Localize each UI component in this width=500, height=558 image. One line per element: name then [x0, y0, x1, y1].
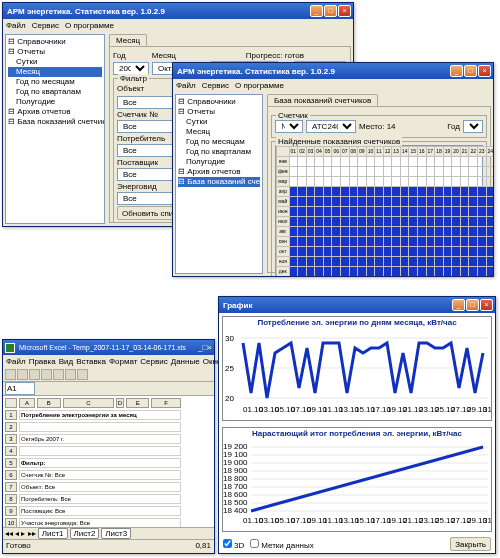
menu-item[interactable]: Вставка — [76, 357, 106, 366]
window-stats-base: АРМ энергетика. Статистика вер. 1.0.2.9 … — [172, 62, 494, 277]
tree-item[interactable]: Полугодие — [8, 97, 102, 107]
menu-bar[interactable]: Файл Сервис О программе — [3, 19, 353, 32]
tree-item[interactable]: ⊟ Справочники — [8, 37, 102, 47]
found-legend: Найденные показания счетчиков — [276, 137, 402, 146]
tree-item[interactable]: Полугодие — [178, 157, 260, 167]
window-graph: График _ □ × Потребление эл. энергии по … — [218, 296, 496, 554]
checkbox-3d[interactable]: 3D — [223, 539, 244, 550]
copy-icon[interactable] — [65, 369, 76, 380]
chart-svg: 19 20019 10019 00018 90018 80018 70018 6… — [223, 439, 491, 525]
tree-item[interactable]: Год по кварталам — [8, 87, 102, 97]
label-counter: Счетчик № — [117, 110, 158, 119]
tree-item[interactable]: ⊟ База показаний счетчиков — [8, 117, 102, 127]
counter-no-select[interactable]: №1 — [275, 120, 303, 133]
cut-icon[interactable] — [53, 369, 64, 380]
close-button[interactable]: × — [338, 5, 351, 17]
menu-item[interactable]: Правка — [29, 357, 56, 366]
year-select[interactable]: 2007 — [113, 62, 149, 75]
sheet-tab[interactable]: Лист3 — [101, 528, 131, 539]
minimize-button[interactable]: _ — [310, 5, 323, 17]
menu-item[interactable]: Сервис — [140, 357, 167, 366]
menu-about[interactable]: О программе — [65, 21, 114, 30]
year-select[interactable] — [463, 120, 483, 133]
label-year: Год — [113, 51, 126, 60]
titlebar[interactable]: График _ □ × — [219, 297, 495, 313]
chart-daily: Потребление эл. энергии по дням месяца, … — [222, 316, 492, 421]
sheet-tabs[interactable]: ◂◂ ◂ ▸ ▸▸ Лист1 Лист2 Лист3 — [3, 527, 214, 539]
tree-item[interactable]: Сутки — [178, 117, 260, 127]
toolbar[interactable] — [3, 368, 214, 382]
nav-tree[interactable]: ⊟ Справочники⊟ ОтчетыСуткиМесяцГод по ме… — [5, 34, 105, 224]
svg-text:20: 20 — [225, 394, 234, 403]
counter-name-select[interactable]: АТС240 — [306, 120, 356, 133]
window-title: АРМ энергетика. Статистика вер. 1.0.2.9 — [5, 7, 309, 16]
paste-icon[interactable] — [77, 369, 88, 380]
menu-item[interactable]: Данные — [171, 357, 200, 366]
menu-item[interactable]: Вид — [59, 357, 73, 366]
label-object: Объект — [117, 84, 167, 93]
tree-item[interactable]: Год по месяцам — [178, 137, 260, 147]
menu-service[interactable]: Сервис — [202, 81, 229, 90]
label-year: Год — [447, 122, 460, 131]
tree-item[interactable]: ⊟ Отчеты — [178, 107, 260, 117]
menu-item[interactable]: Формат — [109, 357, 137, 366]
label-supplier: Поставщик — [117, 158, 158, 167]
titlebar[interactable]: АРМ энергетика. Статистика вер. 1.0.2.9 … — [173, 63, 493, 79]
chart-cumulative: Нарастающий итог потребления эл. энергии… — [222, 427, 492, 532]
minimize-button[interactable]: _ — [450, 65, 463, 77]
menu-item[interactable]: Файл — [6, 357, 26, 366]
svg-text:18 400: 18 400 — [223, 506, 248, 515]
tree-item[interactable]: ⊟ Справочники — [178, 97, 260, 107]
sheet-heading: Потребление электроэнергии за месяц — [19, 410, 181, 420]
formula-bar[interactable] — [3, 382, 214, 396]
tree-item[interactable]: Месяц — [178, 127, 260, 137]
tab-month[interactable]: Месяц — [109, 34, 147, 46]
cell-ref[interactable] — [5, 382, 35, 395]
menu-file[interactable]: Файл — [176, 81, 196, 90]
svg-text:25: 25 — [225, 364, 234, 373]
readings-grid[interactable]: 0102030405060708091011121314151617181920… — [275, 145, 483, 276]
tree-item[interactable]: ⊟ Архив отчетов — [178, 167, 260, 177]
close-button[interactable]: Закрыть — [450, 537, 491, 551]
sheet-tab[interactable]: Лист2 — [70, 528, 100, 539]
tree-item[interactable]: ⊟ База показаний счетчиков — [178, 177, 260, 187]
menu-file[interactable]: Файл — [6, 21, 26, 30]
tree-item[interactable]: Месяц — [8, 67, 102, 77]
close-button[interactable]: × — [480, 299, 493, 311]
tree-item[interactable]: ⊟ Отчеты — [8, 47, 102, 57]
chart-svg: 30 25 20 01.1003.1005.1007.1009.1011.101… — [223, 328, 491, 414]
chart-title: Потребление эл. энергии по дням месяца, … — [223, 317, 491, 328]
menu-bar[interactable]: Файл Сервис О программе — [173, 79, 493, 92]
titlebar[interactable]: Microsoft Excel - Temp_2007-11-17_03-14-… — [3, 340, 214, 355]
nav-tree[interactable]: ⊟ Справочники⊟ ОтчетыСуткиМесяцГод по ме… — [175, 94, 263, 274]
label-progress: Прогресс: готов — [246, 51, 304, 60]
tree-item[interactable]: Год по месяцам — [8, 77, 102, 87]
maximize-button[interactable]: □ — [466, 299, 479, 311]
sheet-tab[interactable]: Лист1 — [38, 528, 68, 539]
tree-item[interactable]: Год по кварталам — [178, 147, 260, 157]
window-title: Microsoft Excel - Temp_2007-11-17_03-14-… — [17, 344, 198, 351]
save-icon[interactable] — [29, 369, 40, 380]
checkbox-marks[interactable]: Метки данных — [250, 539, 314, 550]
tree-item[interactable]: Сутки — [8, 57, 102, 67]
menu-about[interactable]: О программе — [235, 81, 284, 90]
close-button[interactable]: × — [478, 65, 491, 77]
close-button[interactable]: × — [207, 343, 212, 352]
menu-service[interactable]: Сервис — [32, 21, 59, 30]
maximize-button[interactable]: □ — [464, 65, 477, 77]
tree-item[interactable]: ⊟ Архив отчетов — [8, 107, 102, 117]
window-excel: Microsoft Excel - Temp_2007-11-17_03-14-… — [2, 339, 215, 554]
titlebar[interactable]: АРМ энергетика. Статистика вер. 1.0.2.9 … — [3, 3, 353, 19]
maximize-button[interactable]: □ — [324, 5, 337, 17]
open-icon[interactable] — [17, 369, 28, 380]
minimize-button[interactable]: _ — [452, 299, 465, 311]
new-icon[interactable] — [5, 369, 16, 380]
chart-title: Нарастающий итог потребления эл. энергии… — [223, 428, 491, 439]
svg-text:31.10: 31.10 — [483, 516, 491, 525]
spreadsheet[interactable]: ABCDEF 1Потребление электроэнергии за ме… — [3, 396, 214, 527]
label-energy: Энерговид — [117, 182, 157, 191]
menu-bar[interactable]: ФайлПравкаВидВставкаФорматСервисДанныеОк… — [3, 355, 214, 368]
print-icon[interactable] — [41, 369, 52, 380]
counter-legend: Счетчик — [276, 111, 310, 120]
tab-base[interactable]: База показаний счетчиков — [267, 94, 378, 106]
